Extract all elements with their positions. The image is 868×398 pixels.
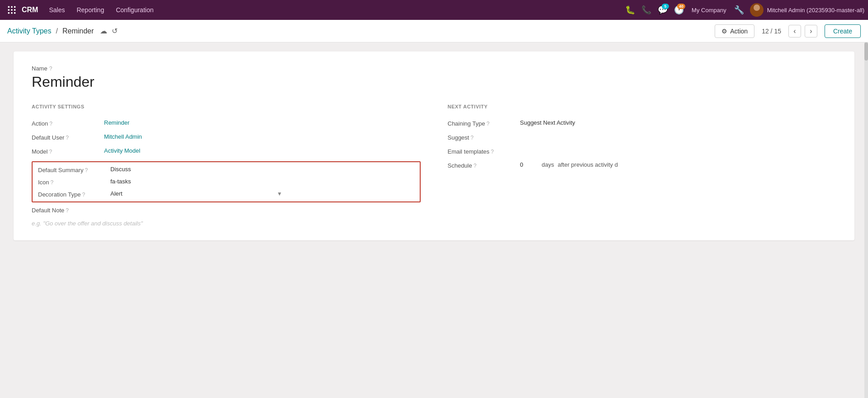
company-name[interactable]: My Company	[688, 7, 730, 14]
email-templates-help-icon[interactable]: ?	[491, 149, 494, 155]
model-value[interactable]: Activity Model	[104, 147, 140, 154]
form-card: Name ? Reminder ACTIVITY SETTINGS Action…	[14, 52, 854, 240]
main-content: Name ? Reminder ACTIVITY SETTINGS Action…	[0, 42, 868, 398]
name-label-row: Name ?	[32, 65, 836, 72]
default-summary-value[interactable]: Discuss	[110, 166, 131, 173]
topnav-icons: 🐛 📞 💬 5 🕐 40 My Company 🔧 Mitchell Admin…	[623, 3, 864, 17]
icon-value[interactable]: fa-tasks	[110, 178, 131, 185]
top-menu: Sales Reporting Configuration	[43, 4, 159, 16]
chaining-type-label: Chaining Type ?	[448, 119, 520, 127]
schedule-number[interactable]: 0	[520, 161, 538, 168]
breadcrumb-bar: Activity Types / Reminder ☁ ↺ ⚙ Action 1…	[0, 20, 868, 42]
apps-menu-button[interactable]	[4, 2, 20, 18]
action-value[interactable]: Reminder	[104, 119, 129, 126]
svg-rect-6	[8, 12, 9, 14]
decoration-type-field-row: Decoration Type ? Alert ▼	[38, 190, 414, 198]
next-activity-title: NEXT ACTIVITY	[448, 104, 837, 112]
user-name[interactable]: Mitchell Admin (20235930-master-all)	[767, 7, 864, 14]
default-user-label: Default User ?	[32, 133, 104, 141]
create-button[interactable]: Create	[825, 24, 861, 38]
model-help-icon[interactable]: ?	[49, 149, 52, 155]
next-activity-section: NEXT ACTIVITY Chaining Type ? Suggest Ne…	[448, 104, 837, 227]
schedule-unit: days	[542, 161, 554, 168]
breadcrumb-current: Reminder	[62, 27, 94, 35]
nav-sales[interactable]: Sales	[43, 4, 70, 16]
action-help-icon[interactable]: ?	[49, 121, 52, 127]
select-dropdown-arrow: ▼	[277, 191, 282, 197]
icon-field-row: Icon ? fa-tasks	[38, 178, 414, 186]
action-field-row: Action ? Reminder	[32, 119, 421, 127]
svg-rect-4	[11, 9, 12, 10]
svg-point-9	[754, 5, 760, 11]
scrollbar[interactable]	[864, 42, 868, 398]
record-name: Reminder	[32, 74, 836, 90]
sections-row: ACTIVITY SETTINGS Action ? Reminder Defa…	[32, 104, 836, 227]
clock-icon-btn[interactable]: 🕐 40	[672, 3, 686, 17]
svg-rect-2	[14, 6, 15, 8]
gear-icon: ⚙	[721, 28, 727, 35]
activity-settings-title: ACTIVITY SETTINGS	[32, 104, 421, 112]
bug-icon-btn[interactable]: 🐛	[623, 3, 637, 17]
chaining-type-value[interactable]: Suggest Next Activity	[520, 119, 575, 126]
default-note-label: Default Note ?	[32, 206, 104, 214]
icon-label: Icon ?	[38, 178, 110, 186]
schedule-label: Schedule ?	[448, 161, 520, 169]
clock-badge: 40	[677, 4, 685, 9]
icon-help-icon[interactable]: ?	[51, 179, 54, 186]
next-record-button[interactable]: ›	[805, 25, 817, 37]
default-note-placeholder[interactable]: e.g. "Go over the offer and discuss deta…	[32, 220, 421, 227]
action-label: Action	[730, 28, 748, 35]
phone-icon-btn[interactable]: 📞	[639, 3, 654, 17]
email-templates-label: Email templates ?	[448, 147, 520, 155]
breadcrumb-parent[interactable]: Activity Types	[7, 27, 52, 35]
model-field-row: Model ? Activity Model	[32, 147, 421, 155]
decoration-type-label: Decoration Type ?	[38, 190, 110, 198]
name-help-icon[interactable]: ?	[49, 66, 52, 72]
default-user-field-row: Default User ? Mitchell Admin	[32, 133, 421, 141]
nav-reporting[interactable]: Reporting	[71, 4, 109, 16]
schedule-value-row: 0 days after previous activity d	[520, 161, 618, 168]
model-label: Model ?	[32, 147, 104, 155]
decoration-type-value: Alert	[110, 190, 275, 197]
messages-badge: 5	[662, 4, 669, 9]
svg-rect-3	[8, 9, 9, 10]
default-user-help-icon[interactable]: ?	[66, 135, 69, 141]
top-navigation: CRM Sales Reporting Configuration 🐛 📞 💬 …	[0, 0, 868, 20]
messages-icon-btn[interactable]: 💬 5	[655, 3, 670, 17]
default-summary-help-icon[interactable]: ?	[85, 167, 88, 173]
cloud-save-icon[interactable]: ☁	[100, 27, 107, 35]
decoration-type-select[interactable]: Alert ▼	[110, 190, 282, 197]
svg-rect-5	[14, 9, 15, 10]
default-summary-field-row: Default Summary ? Discuss	[38, 166, 414, 173]
default-summary-label: Default Summary ?	[38, 166, 110, 173]
tools-icon-btn[interactable]: 🔧	[732, 3, 746, 17]
default-note-field-row: Default Note ?	[32, 206, 421, 214]
breadcrumb-separator: /	[56, 27, 58, 35]
default-user-value[interactable]: Mitchell Admin	[104, 133, 142, 140]
record-counter: 12 / 15	[762, 28, 781, 35]
schedule-suffix: after previous activity d	[558, 161, 618, 168]
prev-record-button[interactable]: ‹	[788, 25, 801, 37]
decoration-type-help-icon[interactable]: ?	[82, 192, 85, 198]
chaining-type-help-icon[interactable]: ?	[486, 121, 489, 127]
email-templates-field-row: Email templates ?	[448, 147, 837, 155]
suggest-help-icon[interactable]: ?	[470, 135, 474, 141]
highlight-box: Default Summary ? Discuss Icon ? fa-task…	[32, 161, 421, 202]
suggest-label: Suggest ?	[448, 133, 520, 141]
user-avatar[interactable]	[750, 3, 764, 17]
activity-settings-section: ACTIVITY SETTINGS Action ? Reminder Defa…	[32, 104, 421, 227]
action-button[interactable]: ⚙ Action	[715, 24, 754, 38]
schedule-field-row: Schedule ? 0 days after previous activit…	[448, 161, 837, 169]
name-label: Name	[32, 65, 47, 72]
suggest-field-row: Suggest ?	[448, 133, 837, 141]
svg-rect-1	[11, 6, 12, 8]
brand-name[interactable]: CRM	[22, 6, 38, 14]
svg-rect-8	[14, 12, 15, 14]
refresh-icon[interactable]: ↺	[112, 27, 118, 35]
nav-configuration[interactable]: Configuration	[110, 4, 159, 16]
svg-point-10	[752, 12, 762, 17]
default-note-help-icon[interactable]: ?	[66, 207, 69, 214]
schedule-help-icon[interactable]: ?	[474, 163, 477, 169]
svg-rect-0	[8, 6, 9, 8]
scrollbar-thumb[interactable]	[864, 42, 868, 61]
